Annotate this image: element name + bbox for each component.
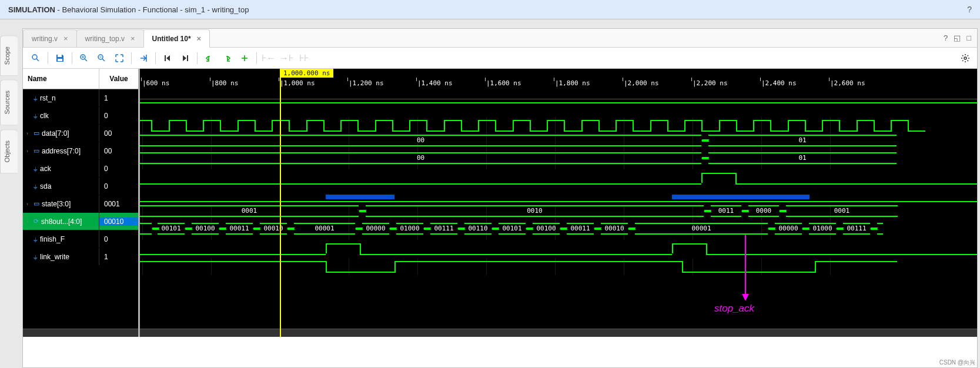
swap-marker-icon[interactable]: ⊦⊦ <box>296 50 312 66</box>
signal-row-ack[interactable]: ⏚ack0 <box>23 160 138 178</box>
next-marker-icon[interactable]: →⊦ <box>278 50 295 66</box>
annotation-arrow-line <box>745 235 746 296</box>
wave-row-1[interactable] <box>140 117 977 135</box>
search-icon[interactable] <box>28 50 44 66</box>
go-to-end-icon[interactable] <box>177 50 193 66</box>
cursor-marker[interactable]: 1,000.000 ns <box>280 69 333 78</box>
prev-transition-icon[interactable] <box>201 50 218 66</box>
signal-row-data-7-0-[interactable]: ›▭data[7:0]00 <box>23 125 138 142</box>
signal-row-state-3-0-[interactable]: ›▭state[3:0]0001 <box>23 195 138 213</box>
wave-row-6[interactable]: 00010010001100000001 <box>140 205 977 223</box>
go-to-start-icon[interactable] <box>159 50 176 66</box>
close-icon[interactable]: × <box>131 34 135 43</box>
zoom-in-icon[interactable] <box>76 50 92 66</box>
close-icon[interactable]: × <box>197 34 202 43</box>
svg-rect-3 <box>58 59 62 61</box>
tab-label: writing.v <box>32 35 58 43</box>
svg-line-5 <box>85 59 87 61</box>
wave-row-8[interactable] <box>140 240 977 258</box>
cursor-line[interactable] <box>280 77 281 337</box>
file-tab-writing-top[interactable]: writing_top.v× <box>76 29 144 47</box>
title-rest: - Behavioral Simulation - Functional - s… <box>55 5 249 14</box>
file-tab-untitled[interactable]: Untitled 10*× <box>143 29 210 48</box>
signal-row-sda[interactable]: ⏚sda0 <box>23 178 138 195</box>
wave-row-0[interactable] <box>140 99 977 117</box>
signal-row-address-7-0-[interactable]: ›▭address[7:0]00 <box>23 142 138 160</box>
next-transition-icon[interactable] <box>219 50 235 66</box>
file-tab-writing[interactable]: writing.v× <box>23 29 77 47</box>
zoom-out-icon[interactable] <box>93 50 110 66</box>
wave-row-3[interactable]: 0001 <box>140 152 977 170</box>
tab-label: writing_top.v <box>85 35 125 43</box>
name-header[interactable]: Name <box>23 69 99 89</box>
tab-label: Untitled 10* <box>152 35 191 43</box>
waveform-viewer: Name Value ⏚rst_n1⏚clk0›▭data[7:0]00›▭ad… <box>23 69 977 337</box>
tab-controls: ? ◱ □ <box>942 32 972 44</box>
wave-canvas[interactable]: 1,000.000 ns |600 ns|800 ns|1,000 ns|1,2… <box>140 69 977 337</box>
svg-rect-2 <box>58 55 62 57</box>
title-prefix: SIMULATION <box>8 5 55 14</box>
zoom-fit-icon[interactable] <box>111 50 128 66</box>
main-area: writing.v× writing_top.v× Untitled 10*× … <box>22 28 978 368</box>
close-icon[interactable]: × <box>63 34 68 43</box>
side-tabs: Scope Sources Objects <box>0 35 18 177</box>
value-header[interactable]: Value <box>99 69 138 89</box>
watermark: CSDN @向兴 <box>939 359 975 367</box>
help-icon[interactable]: ? <box>967 5 972 14</box>
annotation-arrow-head <box>742 294 749 301</box>
time-axis: |600 ns|800 ns|1,000 ns|1,200 ns|1,400 n… <box>140 79 977 99</box>
cursor-label: 1,000.000 ns <box>280 69 333 78</box>
wave-rows: 0001000100010010001100000001001010010000… <box>140 99 977 276</box>
maximize-icon[interactable]: □ <box>965 32 972 44</box>
wave-hscroll[interactable] <box>140 329 977 337</box>
title-bar: SIMULATION - Behavioral Simulation - Fun… <box>0 0 980 19</box>
signal-row-link-write[interactable]: ⏚link_write1 <box>23 248 138 266</box>
wave-row-2[interactable]: 0001 <box>140 135 977 152</box>
wave-row-4[interactable] <box>140 170 977 188</box>
svg-point-16 <box>964 57 966 59</box>
restore-icon[interactable]: ◱ <box>952 32 962 44</box>
hscroll[interactable] <box>23 329 138 337</box>
add-marker-icon[interactable] <box>236 50 253 66</box>
svg-point-0 <box>32 55 37 59</box>
toolbar: ⊦← →⊦ ⊦⊦ <box>23 48 977 69</box>
signal-panel: Name Value ⏚rst_n1⏚clk0›▭data[7:0]00›▭ad… <box>23 69 140 337</box>
side-tab-scope[interactable]: Scope <box>0 35 18 76</box>
go-to-cursor-icon[interactable] <box>135 50 152 66</box>
signal-row-finish-F[interactable]: ⏚finish_F0 <box>23 230 138 248</box>
wave-row-7[interactable]: 0010100100000110001000001000000100000111… <box>140 223 977 240</box>
svg-line-1 <box>36 59 39 61</box>
signal-row-clk[interactable]: ⏚clk0 <box>23 107 138 125</box>
prev-marker-icon[interactable]: ⊦← <box>260 50 277 66</box>
signal-row-rst-n[interactable]: ⏚rst_n1 <box>23 89 138 107</box>
wave-row-9[interactable] <box>140 258 977 276</box>
svg-line-9 <box>102 59 105 61</box>
signal-header: Name Value <box>23 69 138 89</box>
wave-row-5[interactable] <box>140 188 977 205</box>
help-icon[interactable]: ? <box>942 32 949 44</box>
annotation-text: stop_ack <box>714 303 754 315</box>
settings-icon[interactable] <box>957 50 974 66</box>
side-tab-sources[interactable]: Sources <box>0 79 18 125</box>
save-icon[interactable] <box>52 50 68 66</box>
signal-rows: ⏚rst_n1⏚clk0›▭data[7:0]00›▭address[7:0]0… <box>23 89 138 329</box>
signal-row-sh8out----4-0-[interactable]: ›⟳sh8out...[4:0]00010 <box>23 213 138 230</box>
side-tab-objects[interactable]: Objects <box>0 129 18 173</box>
file-tabs: writing.v× writing_top.v× Untitled 10*× … <box>23 29 977 48</box>
